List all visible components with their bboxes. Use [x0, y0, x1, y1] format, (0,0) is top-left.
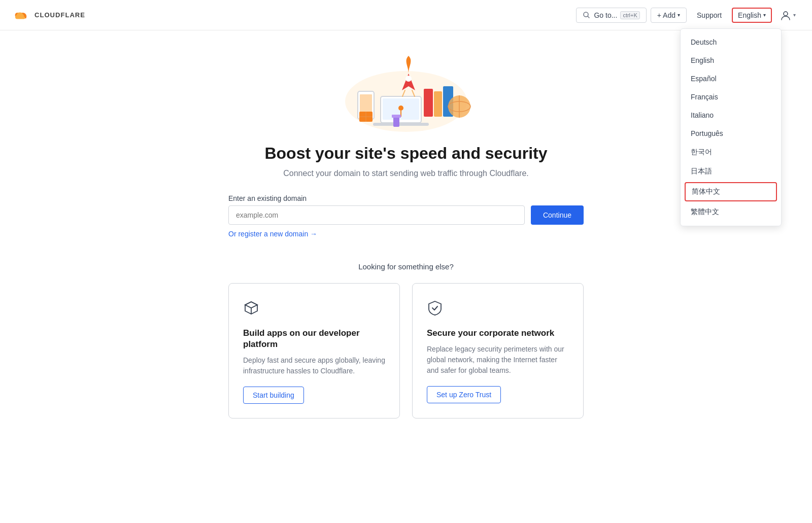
navbar-left: CLOUDFLARE: [12, 9, 85, 21]
language-option-한국어[interactable]: 한국어: [681, 143, 781, 162]
developer-platform-card: Build apps on our developer platform Dep…: [228, 283, 400, 419]
register-domain-link[interactable]: Or register a new domain →: [228, 230, 584, 238]
language-option-简体中文[interactable]: 简体中文: [685, 182, 777, 201]
logo-text: CLOUDFLARE: [35, 11, 85, 19]
svg-point-1: [784, 12, 788, 16]
cards-row: Build apps on our developer platform Dep…: [228, 283, 584, 419]
support-button[interactable]: Support: [691, 8, 728, 22]
svg-rect-3: [424, 89, 433, 117]
start-building-button[interactable]: Start building: [243, 387, 304, 404]
zero-trust-card-title: Secure your corporate network: [427, 328, 569, 339]
dev-card-desc: Deploy fast and secure apps globally, le…: [243, 355, 385, 376]
goto-shortcut: ctrl+K: [620, 11, 639, 19]
user-chevron-icon: ▾: [793, 12, 796, 18]
navbar-right: Go to... ctrl+K + Add ▾ Support English …: [576, 7, 800, 24]
language-option-deutsch[interactable]: Deutsch: [681, 33, 781, 51]
domain-section: Enter an existing domain Continue Or reg…: [228, 194, 584, 238]
language-button[interactable]: English ▾: [732, 8, 772, 23]
add-label: + Add: [657, 11, 675, 19]
worker-icon: [243, 300, 385, 320]
svg-point-12: [398, 106, 403, 111]
language-option-日本語[interactable]: 日本語: [681, 162, 781, 181]
goto-label: Go to...: [594, 11, 617, 19]
support-label: Support: [697, 11, 722, 19]
navbar: CLOUDFLARE Go to... ctrl+K + Add ▾ Suppo…: [0, 0, 812, 30]
search-icon: [583, 11, 591, 19]
chevron-down-icon: ▾: [763, 12, 766, 18]
shield-icon: [427, 300, 569, 320]
dev-card-title: Build apps on our developer platform: [243, 328, 385, 350]
svg-rect-4: [434, 91, 442, 117]
user-icon: [780, 10, 791, 21]
language-option-français[interactable]: Français: [681, 88, 781, 106]
hero-subtitle: Connect your domain to start sending web…: [283, 169, 529, 178]
language-dropdown: DeutschEnglishEspañolFrançaisItalianoPor…: [680, 28, 782, 226]
set-up-zero-trust-button[interactable]: Set up Zero Trust: [427, 386, 501, 403]
zero-trust-card-desc: Replace legacy security perimeters with …: [427, 344, 569, 376]
goto-button[interactable]: Go to... ctrl+K: [576, 8, 646, 23]
lang-label: English: [738, 11, 761, 19]
svg-rect-11: [373, 123, 429, 126]
continue-button[interactable]: Continue: [531, 205, 584, 225]
language-option-繁體中文[interactable]: 繁體中文: [681, 202, 781, 222]
chevron-down-icon: ▾: [678, 12, 680, 18]
domain-label: Enter an existing domain: [228, 194, 584, 202]
language-option-português[interactable]: Português: [681, 124, 781, 143]
looking-text: Looking for something else?: [358, 262, 454, 271]
language-option-español[interactable]: Español: [681, 69, 781, 88]
svg-rect-20: [393, 117, 399, 127]
svg-rect-21: [392, 115, 401, 118]
hero-illustration: [330, 51, 482, 132]
domain-input[interactable]: [228, 205, 525, 225]
language-option-english[interactable]: English: [681, 51, 781, 69]
svg-point-13: [405, 76, 412, 82]
domain-input-row: Continue: [228, 205, 584, 225]
language-option-italiano[interactable]: Italiano: [681, 106, 781, 124]
zero-trust-card: Secure your corporate network Replace le…: [412, 283, 584, 419]
hero-title: Boost your site's speed and security: [264, 144, 547, 163]
logo[interactable]: CLOUDFLARE: [12, 9, 85, 21]
user-menu-button[interactable]: ▾: [776, 7, 800, 24]
add-button[interactable]: + Add ▾: [651, 8, 687, 23]
